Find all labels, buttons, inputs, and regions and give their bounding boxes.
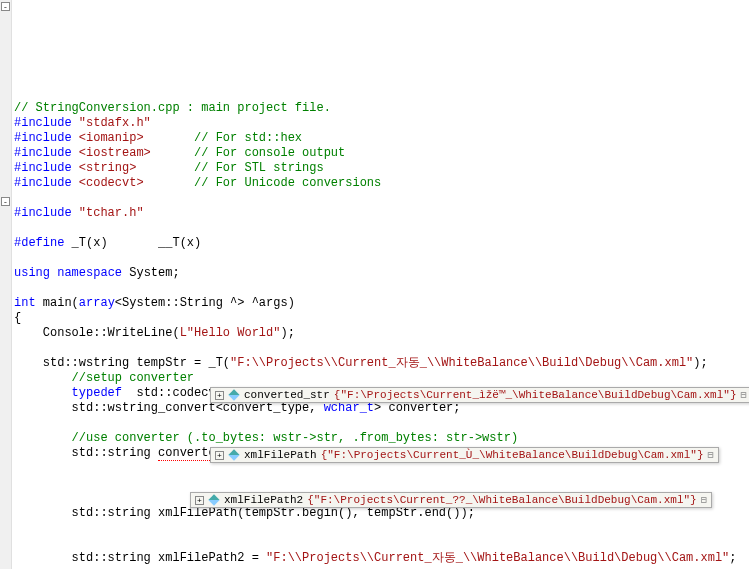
fold-marker[interactable]: -: [1, 197, 10, 206]
brace: {: [14, 311, 21, 325]
tooltip-var-name: xmlFilePath2: [224, 494, 303, 506]
code-line: );: [280, 326, 294, 340]
tooltip-var-name: converted_str: [244, 389, 330, 401]
include-path: <iomanip>: [72, 131, 144, 145]
ns-name: System;: [122, 266, 180, 280]
pin-icon[interactable]: ⊟: [701, 494, 707, 506]
string-literal: L"Hello World": [180, 326, 281, 340]
expand-icon[interactable]: +: [215, 451, 224, 460]
comment: //setup converter: [14, 371, 194, 385]
expand-icon[interactable]: +: [215, 391, 224, 400]
tooltip-var-value: {"F:\Projects\Current_??_\WhiteBalance\B…: [307, 494, 696, 506]
variable-icon: [208, 494, 219, 505]
include-path: <string>: [72, 161, 137, 175]
comment: // For STL strings: [136, 161, 323, 175]
pin-icon[interactable]: ⊟: [741, 389, 747, 401]
include-path: <iostream>: [72, 146, 151, 160]
keyword: array: [79, 296, 115, 310]
type: wchar_t: [324, 401, 374, 415]
include-kw: #include: [14, 116, 72, 130]
expand-icon[interactable]: +: [195, 496, 204, 505]
fn-args: <System::String ^> ^args): [115, 296, 295, 310]
fold-marker[interactable]: -: [1, 2, 10, 11]
comment: //use converter (.to_bytes: wstr->str, .…: [14, 431, 518, 445]
include-kw: #include: [14, 206, 72, 220]
debug-tooltip[interactable]: + converted_str {"F:\Projects\Current_ìž…: [210, 387, 749, 403]
comment: // For std::hex: [144, 131, 302, 145]
fn-name: main(: [36, 296, 79, 310]
code-line: std::string xmlFilePath2 =: [14, 551, 266, 565]
code-line: Console::WriteLine(: [14, 326, 180, 340]
fold-gutter: - -: [0, 0, 12, 569]
debug-tooltip[interactable]: + xmlFilePath2 {"F:\Projects\Current_??_…: [190, 492, 712, 508]
comment: // For Unicode conversions: [144, 176, 382, 190]
tooltip-var-name: xmlFilePath: [244, 449, 317, 461]
code-line: ;: [729, 551, 736, 565]
tooltip-var-value: {"F:\Projects\Current_Ù_\WhiteBalance\Bu…: [321, 449, 704, 461]
code-line: std::string: [14, 446, 158, 460]
comment: // StringConversion.cpp : main project f…: [14, 101, 331, 115]
pin-icon[interactable]: ⊟: [708, 449, 714, 461]
keyword: using: [14, 266, 50, 280]
include-path: "tchar.h": [72, 206, 144, 220]
define-kw: #define: [14, 236, 64, 250]
string-literal: "F:\\Projects\\Current_자동_\\WhiteBalance…: [230, 356, 693, 370]
debug-tooltip[interactable]: + xmlFilePath {"F:\Projects\Current_Ù_\W…: [210, 447, 719, 463]
include-kw: #include: [14, 161, 72, 175]
keyword: namespace: [50, 266, 122, 280]
variable-icon: [228, 389, 239, 400]
define-body: _T(x) __T(x): [64, 236, 201, 250]
tooltip-var-value: {"F:\Projects\Current_ìžë™_\WhiteBalance…: [334, 389, 737, 401]
include-kw: #include: [14, 146, 72, 160]
include-kw: #include: [14, 176, 72, 190]
code-line: std::wstring_convert<convert_type,: [14, 401, 324, 415]
code-line: std::wstring tempStr = _T(: [14, 356, 230, 370]
code-line: std::string xmlFilePath(tempStr.begin(),…: [14, 506, 475, 520]
keyword: int: [14, 296, 36, 310]
keyword: typedef: [14, 386, 122, 400]
variable-icon: [228, 449, 239, 460]
include-path: <codecvt>: [72, 176, 144, 190]
comment: // For console output: [151, 146, 345, 160]
include-kw: #include: [14, 131, 72, 145]
code-line: );: [693, 356, 707, 370]
code-line: > converter;: [374, 401, 460, 415]
include-path: "stdafx.h": [72, 116, 151, 130]
string-literal: "F:\\Projects\\Current_자동_\\WhiteBalance…: [266, 551, 729, 565]
